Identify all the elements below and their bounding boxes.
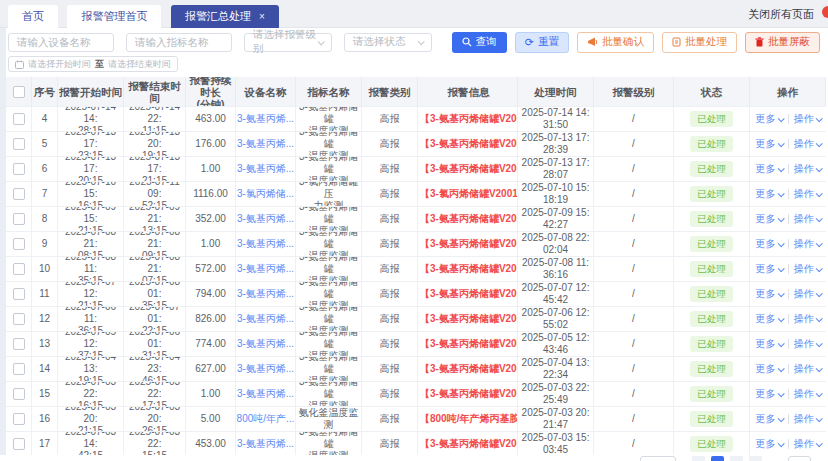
status-badge: 已处理: [690, 411, 733, 427]
action-dropdown[interactable]: 操作: [794, 313, 814, 325]
tab-home[interactable]: 首页: [8, 5, 58, 28]
device-name-link[interactable]: 3-氨基丙烯...: [237, 163, 294, 175]
row-checkbox[interactable]: [13, 188, 25, 200]
select-all-checkbox[interactable]: [13, 86, 25, 98]
row-checkbox[interactable]: [13, 238, 25, 250]
more-dropdown[interactable]: 更多: [756, 163, 776, 175]
device-name-link[interactable]: 800吨/年产...: [237, 413, 295, 425]
status-select[interactable]: 请选择状态: [344, 33, 432, 52]
more-dropdown[interactable]: 更多: [756, 238, 776, 250]
indicator-name-input[interactable]: [126, 33, 232, 52]
device-name-link[interactable]: 3-氨基丙烯...: [237, 138, 294, 150]
row-checkbox[interactable]: [13, 263, 25, 275]
tab-alarm-summary[interactable]: 报警汇总处理×: [171, 5, 279, 28]
tab-alarm-management-home[interactable]: 报警管理首页: [67, 5, 161, 28]
more-dropdown[interactable]: 更多: [756, 213, 776, 225]
row-checkbox[interactable]: [13, 313, 25, 325]
more-dropdown[interactable]: 更多: [756, 263, 776, 275]
header-process-time: 处理时间: [518, 77, 594, 106]
more-dropdown[interactable]: 更多: [756, 113, 776, 125]
device-name-link[interactable]: 3-氨基丙烯...: [237, 388, 294, 400]
more-dropdown[interactable]: 更多: [756, 188, 776, 200]
chevron-down-icon: [777, 290, 784, 297]
row-checkbox[interactable]: [13, 363, 25, 375]
chevron-down-icon: [777, 240, 784, 247]
more-dropdown[interactable]: 更多: [756, 363, 776, 375]
batch-confirm-button[interactable]: 批量确认: [577, 32, 654, 53]
batch-shield-button[interactable]: 批量屏蔽: [745, 32, 820, 53]
prev-page-button[interactable]: [692, 456, 705, 461]
device-name-input[interactable]: [8, 33, 114, 52]
action-dropdown[interactable]: 操作: [794, 113, 814, 125]
row-actions: 更多 操作: [756, 388, 821, 400]
reset-button[interactable]: ⟳ 重置: [515, 32, 569, 53]
search-button[interactable]: 查询: [452, 32, 507, 53]
page-2-button[interactable]: [730, 456, 743, 461]
alarm-level-select[interactable]: 请选择报警级别: [244, 33, 332, 52]
page-1-button[interactable]: [711, 456, 724, 461]
device-name-link[interactable]: 3-氨基丙烯...: [237, 338, 294, 350]
vertical-divider: [788, 439, 789, 449]
more-dropdown[interactable]: 更多: [756, 388, 776, 400]
page-size-select[interactable]: [640, 456, 676, 461]
action-dropdown[interactable]: 操作: [794, 213, 814, 225]
date-range-picker[interactable]: 请选择开始时间 至 请选择结束时间: [8, 56, 178, 72]
process-time: 2025-07-07 12: 45:42: [518, 282, 594, 306]
alarm-info: 【3-氨基丙烯储罐V2003-3-氨基: [420, 388, 518, 400]
row-checkbox[interactable]: [13, 113, 25, 125]
action-dropdown[interactable]: 操作: [794, 438, 814, 450]
row-index: 10: [32, 257, 58, 281]
row-checkbox[interactable]: [13, 163, 25, 175]
device-name-link[interactable]: 3-氨基丙烯...: [237, 263, 294, 275]
row-index: 4: [32, 107, 58, 131]
more-dropdown[interactable]: 更多: [756, 413, 776, 425]
vertical-divider: [788, 139, 789, 149]
more-dropdown[interactable]: 更多: [756, 338, 776, 350]
action-dropdown[interactable]: 操作: [794, 188, 814, 200]
action-dropdown[interactable]: 操作: [794, 413, 814, 425]
action-dropdown[interactable]: 操作: [794, 263, 814, 275]
process-time: 2025-07-03 15: 03:45: [518, 432, 594, 456]
action-dropdown[interactable]: 操作: [794, 238, 814, 250]
page-jump-input[interactable]: [788, 456, 811, 461]
indicator-name: 3-氨基丙烯储罐 温度监测: [296, 382, 362, 406]
page-3-button[interactable]: [749, 456, 762, 461]
action-dropdown[interactable]: 操作: [794, 338, 814, 350]
more-dropdown[interactable]: 更多: [756, 313, 776, 325]
action-dropdown[interactable]: 操作: [794, 163, 814, 175]
batch-process-button[interactable]: 批量处理: [662, 32, 737, 53]
device-name-link[interactable]: 3-氨基丙烯...: [237, 313, 294, 325]
device-name-link[interactable]: 3-氨基丙烯...: [237, 288, 294, 300]
action-dropdown[interactable]: 操作: [794, 138, 814, 150]
device-name-link[interactable]: 3-氨基丙烯...: [237, 238, 294, 250]
row-actions: 更多 操作: [756, 363, 821, 375]
row-checkbox[interactable]: [13, 388, 25, 400]
device-name-link[interactable]: 3-氨基丙烯...: [237, 113, 294, 125]
chevron-down-icon: [815, 390, 822, 397]
more-dropdown[interactable]: 更多: [756, 438, 776, 450]
process-time: 2025-07-08 22: 02:04: [518, 232, 594, 256]
status-badge: 已处理: [690, 161, 733, 177]
row-checkbox[interactable]: [13, 138, 25, 150]
alarm-start-time: 2025-07-05 12: 37:15: [58, 332, 124, 356]
device-name-link[interactable]: 3-氨基丙烯...: [237, 363, 294, 375]
row-checkbox[interactable]: [13, 288, 25, 300]
close-all-pages-button[interactable]: 关闭所有页面: [748, 7, 814, 22]
action-dropdown[interactable]: 操作: [794, 388, 814, 400]
tab-close-icon[interactable]: ×: [259, 11, 265, 22]
more-dropdown[interactable]: 更多: [756, 288, 776, 300]
tab-bar: 首页 报警管理首页 报警汇总处理× 关闭所有页面: [0, 0, 828, 28]
indicator-name: 3-氨基丙烯储罐 温度监测: [296, 432, 362, 456]
date-separator: 至: [95, 58, 104, 71]
row-checkbox[interactable]: [13, 413, 25, 425]
row-checkbox[interactable]: [13, 338, 25, 350]
device-name-link[interactable]: 3-氨基丙烯...: [237, 438, 294, 450]
device-name-link[interactable]: 3-氨基丙烯...: [237, 213, 294, 225]
action-dropdown[interactable]: 操作: [794, 363, 814, 375]
row-checkbox[interactable]: [13, 438, 25, 450]
device-name-link[interactable]: 3-氯丙烯储...: [237, 188, 294, 200]
row-checkbox[interactable]: [13, 213, 25, 225]
action-dropdown[interactable]: 操作: [794, 288, 814, 300]
alarm-type: 高报: [362, 307, 418, 331]
more-dropdown[interactable]: 更多: [756, 138, 776, 150]
